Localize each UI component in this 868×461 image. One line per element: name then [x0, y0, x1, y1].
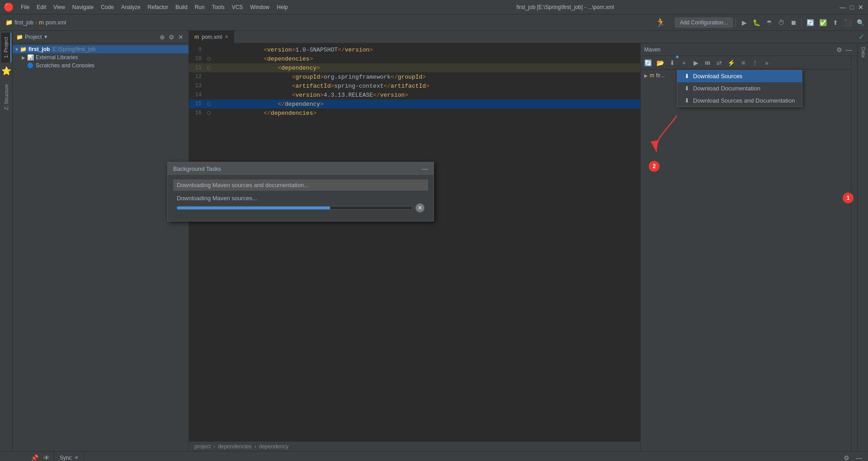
minimize-button[interactable]: —	[839, 4, 846, 11]
menu-build[interactable]: Build	[172, 2, 191, 13]
bg-task-row-2: Downloading Maven sources... ✕	[173, 193, 428, 215]
sidebar-tab-structure[interactable]: Z: Structure	[2, 80, 11, 114]
filter-button[interactable]: 👁	[42, 453, 52, 461]
tab-close-button[interactable]: ✕	[225, 34, 228, 39]
coverage-button[interactable]: ☂	[764, 16, 774, 29]
maven-refresh-button[interactable]: 🔄	[642, 56, 654, 69]
task-2-label: Downloading Maven sources...	[177, 195, 257, 202]
maven-download-button[interactable]: ⬇	[667, 56, 678, 69]
line-number: 10	[189, 56, 205, 62]
dropdown-arrow[interactable]: ▼	[43, 34, 48, 39]
project-panel-title: 📁 Project ▼	[16, 34, 48, 40]
menu-help[interactable]: Help	[273, 2, 292, 13]
title-bar-controls: — □ ✕	[839, 4, 864, 11]
app-logo: 🔴	[4, 2, 14, 12]
search-everywhere-button[interactable]: 🔍	[855, 16, 866, 29]
sync-close-button[interactable]: ✕	[75, 455, 78, 460]
toolbar-separator-2	[802, 18, 802, 27]
bottom-settings-button[interactable]: ⚙	[841, 452, 852, 461]
code-editor[interactable]: 9 <version>1.0-SNAPSHOT</version> 10 <de…	[189, 43, 640, 451]
project-close-button[interactable]: ✕	[177, 33, 185, 41]
run-button[interactable]: ▶	[739, 16, 750, 29]
menu-run[interactable]: Run	[191, 2, 208, 13]
maven-dropdown-menu: ⬇ Download Sources ⬇ Download Documentat…	[677, 70, 802, 107]
breadcrumb-sep-2: ›	[255, 443, 256, 450]
menu-edit[interactable]: Edit	[33, 2, 50, 13]
breadcrumb-sep: ›	[213, 443, 215, 450]
maven-panel: Maven ⚙ — 🔄 📂 ⬇ + ▶ m ⇄ ⚡	[640, 43, 857, 451]
close-button[interactable]: ✕	[857, 4, 864, 11]
debug-button[interactable]: 🐛	[751, 16, 762, 29]
download-sources-docs-item[interactable]: ⬇ Download Sources and Documentation	[677, 94, 802, 107]
maven-refresh-all-button[interactable]: 📂	[655, 56, 666, 69]
right-tab-data[interactable]: Data	[858, 43, 868, 61]
tree-item-external-libs[interactable]: ▶ 📊 External Libraries	[13, 53, 189, 61]
breadcrumb-dependencies-label[interactable]: dependencies	[218, 443, 252, 450]
download-docs-item[interactable]: ⬇ Download Documentation	[677, 82, 802, 94]
tab-label: pom.xml	[202, 34, 222, 40]
add-configuration-button[interactable]: Add Configuration...	[675, 18, 733, 28]
tree-item-scratches[interactable]: ▶ 🔵 Scratches and Consoles	[13, 61, 189, 70]
folder-icon: 📁	[16, 34, 23, 40]
vcs-push-button[interactable]: ⬆	[830, 16, 841, 29]
menu-window[interactable]: Window	[246, 2, 273, 13]
pin-button[interactable]: 📌	[30, 453, 40, 461]
menu-view[interactable]: View	[50, 2, 69, 13]
breadcrumb-file[interactable]: pom.xml	[46, 19, 66, 26]
breadcrumb-project-label[interactable]: project	[194, 443, 211, 450]
menu-code[interactable]: Code	[97, 2, 118, 13]
bg-task-row-1: Downloading Maven sources and documentat…	[173, 179, 428, 191]
folder-icon: 📁	[20, 46, 27, 52]
breadcrumb-project[interactable]: first_job	[14, 19, 33, 26]
maven-icon-m[interactable]: m	[702, 56, 713, 69]
menu-refactor[interactable]: Refactor	[144, 2, 172, 13]
tree-item-first-job[interactable]: ▼ 📁 first_job E:\Spring\first_job	[13, 45, 189, 53]
bg-tasks-minimize-button[interactable]: —	[422, 165, 428, 172]
sidebar-tab-project[interactable]: 1: Project	[1, 33, 11, 62]
maven-lifecycle-button[interactable]: ≡	[738, 56, 749, 69]
task-cancel-button[interactable]: ✕	[415, 203, 425, 212]
profile-button[interactable]: ⏱	[776, 16, 787, 29]
line-number: 15	[189, 101, 205, 107]
bg-tasks-title: Background Tasks	[173, 165, 221, 172]
editor-tab-pom-xml[interactable]: m pom.xml ✕	[189, 31, 234, 43]
editor-content[interactable]: 9 <version>1.0-SNAPSHOT</version> 10 <de…	[189, 43, 640, 441]
sync-tab-label[interactable]: Sync ✕	[54, 452, 84, 461]
menu-tools[interactable]: Tools	[208, 2, 228, 13]
download-sources-item[interactable]: ⬇ Download Sources	[677, 70, 802, 82]
menu-bar: File Edit View Navigate Code Analyze Ref…	[17, 2, 292, 13]
maven-expand-button[interactable]: »	[761, 56, 772, 69]
maximize-button[interactable]: □	[848, 4, 855, 11]
stop-button[interactable]: ⏹	[788, 16, 799, 29]
bottom-tabs-bar: 📌 👁 Sync ✕ ⚙ —	[0, 452, 868, 461]
breakpoint-icon[interactable]	[207, 102, 211, 106]
project-panel-tools: ⊕ ⚙ ✕	[158, 33, 185, 41]
maven-run-button[interactable]: ▶	[690, 56, 701, 69]
maven-add-button[interactable]: +	[679, 56, 689, 69]
maven-more-button[interactable]: ⋮	[750, 56, 760, 69]
maven-scrollbar[interactable]	[851, 56, 857, 451]
bottom-minimize-button[interactable]: —	[854, 452, 864, 461]
maven-settings-button[interactable]: ⚙	[835, 46, 844, 54]
vcs-commit-button[interactable]: ✅	[817, 16, 829, 29]
breakpoint-icon[interactable]	[207, 57, 211, 61]
maven-panel-title: Maven	[644, 47, 660, 53]
line-number: 16	[189, 110, 205, 116]
sidebar-tab-favorites[interactable]: ⭐	[0, 63, 14, 79]
project-settings-button[interactable]: ⚙	[167, 33, 176, 41]
breakpoint-icon[interactable]	[207, 111, 211, 115]
menu-analyze[interactable]: Analyze	[118, 2, 144, 13]
vcs-update-button[interactable]: 🔄	[805, 16, 816, 29]
main-toolbar: 📁 first_job › m pom.xml 🏃 Add Configurat…	[0, 14, 868, 31]
menu-navigate[interactable]: Navigate	[69, 2, 97, 13]
terminal-button[interactable]: ⬛	[842, 16, 854, 29]
breadcrumb-dependency-label[interactable]: dependency	[259, 443, 288, 450]
project-scope-button[interactable]: ⊕	[158, 33, 166, 41]
menu-vcs[interactable]: VCS	[228, 2, 247, 13]
checkmark-area: ✓	[855, 33, 868, 41]
maven-toggle-button[interactable]: ⇄	[714, 56, 725, 69]
breakpoint-icon[interactable]	[207, 66, 211, 70]
maven-close-button[interactable]: —	[844, 46, 854, 54]
menu-file[interactable]: File	[17, 2, 33, 13]
maven-lightning-button[interactable]: ⚡	[726, 56, 737, 69]
